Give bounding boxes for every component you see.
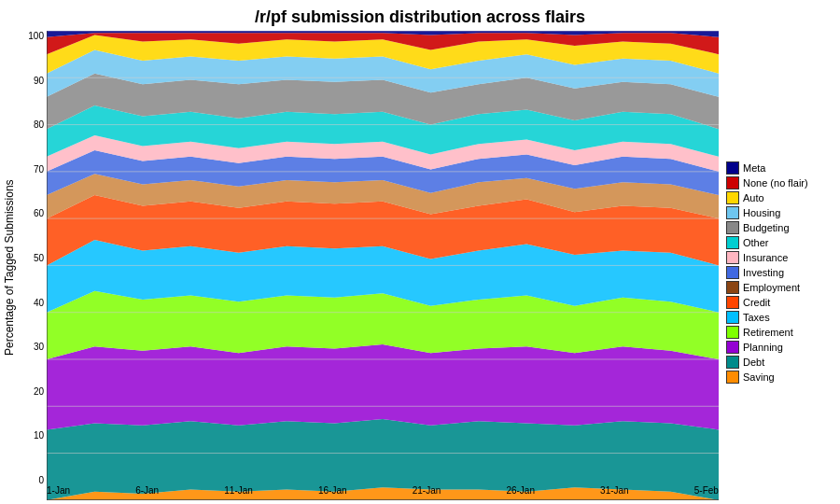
y-tick: 100 — [19, 31, 47, 41]
legend-label: Retirement — [743, 327, 793, 338]
legend-label: Budgeting — [743, 222, 790, 233]
x-tick: 31-Jan — [600, 485, 629, 504]
legend-color-box — [726, 191, 739, 204]
legend-item: Taxes — [726, 311, 840, 324]
legend-item: None (no flair) — [726, 176, 840, 189]
legend-label: Debt — [743, 357, 764, 368]
legend-label: Credit — [743, 297, 770, 308]
legend-item: Credit — [726, 296, 840, 309]
x-tick: 6-Jan — [135, 485, 159, 504]
legend-label: Housing — [743, 207, 780, 218]
legend-color-box — [726, 371, 739, 384]
legend-label: Taxes — [743, 312, 770, 323]
legend-label: None (no flair) — [743, 177, 808, 189]
legend-item: Debt — [726, 356, 840, 369]
legend-item: Budgeting — [726, 221, 840, 234]
x-tick: 11-Jan — [224, 485, 253, 504]
y-tick: 50 — [19, 253, 47, 263]
legend-label: Investing — [743, 267, 784, 278]
legend-color-box — [726, 221, 739, 234]
legend-item: Employment — [726, 281, 840, 294]
y-tick: 30 — [19, 342, 47, 352]
legend-label: Saving — [743, 371, 775, 383]
page-container: /r/pf submission distribution across fla… — [0, 0, 840, 504]
legend-item: Meta — [726, 161, 840, 175]
legend-color-box — [726, 311, 739, 324]
y-tick: 70 — [19, 164, 47, 175]
chart-with-axis: 1009080706050403020100 — [19, 31, 719, 504]
chart-svg — [47, 31, 719, 500]
x-tick: 21-Jan — [413, 485, 441, 504]
legend-item: Auto — [726, 191, 840, 204]
y-tick: 0 — [19, 475, 47, 485]
legend-color-box — [726, 296, 739, 309]
area-planning — [47, 344, 719, 429]
legend-color-box — [726, 206, 739, 219]
x-tick: 5-Feb — [694, 485, 719, 504]
legend-label: Insurance — [743, 252, 788, 263]
legend-label: Auto — [743, 192, 764, 203]
x-tick: 16-Jan — [318, 485, 347, 504]
legend-color-box — [726, 161, 739, 175]
legend-color-box — [726, 251, 739, 264]
legend-label: Employment — [743, 282, 800, 293]
legend-item: Planning — [726, 341, 840, 354]
y-axis-label: Percentage of Tagged Submissions — [0, 31, 19, 504]
legend-item: Other — [726, 236, 840, 249]
legend-color-box — [726, 266, 739, 279]
legend-item: Retirement — [726, 326, 840, 339]
chart-title: /r/pf submission distribution across fla… — [255, 7, 585, 27]
legend-label: Planning — [743, 342, 783, 353]
legend-item: Saving — [726, 371, 840, 384]
x-tick: 1-Jan — [47, 485, 70, 504]
x-axis-labels: 1-Jan6-Jan11-Jan16-Jan21-Jan26-Jan31-Jan… — [47, 485, 719, 504]
y-tick: 80 — [19, 119, 47, 130]
legend: MetaNone (no flair)AutoHousingBudgetingO… — [719, 31, 840, 504]
y-tick: 90 — [19, 76, 47, 86]
legend-item: Investing — [726, 266, 840, 279]
legend-color-box — [726, 281, 739, 294]
legend-color-box — [726, 341, 739, 354]
legend-item: Insurance — [726, 251, 840, 264]
y-tick: 20 — [19, 386, 47, 397]
legend-color-box — [726, 356, 739, 369]
x-tick: 26-Jan — [506, 485, 535, 504]
legend-color-box — [726, 236, 739, 249]
y-axis-labels: 1009080706050403020100 — [19, 31, 47, 485]
legend-color-box — [726, 326, 739, 339]
y-tick: 60 — [19, 208, 47, 218]
legend-label: Meta — [743, 162, 765, 174]
y-tick: 40 — [19, 298, 47, 308]
legend-label: Other — [743, 237, 769, 248]
y-tick: 10 — [19, 430, 47, 441]
chart-area: Percentage of Tagged Submissions 1009080… — [0, 31, 840, 504]
legend-item: Housing — [726, 206, 840, 219]
legend-color-box — [726, 176, 739, 189]
